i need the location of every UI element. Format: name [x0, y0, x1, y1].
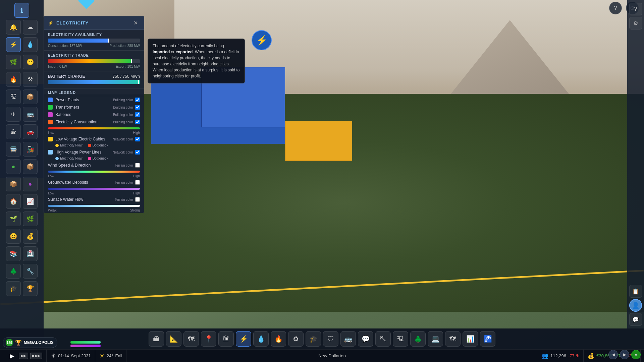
- speed-1-button[interactable]: ▶▶: [19, 353, 28, 359]
- elec-consumption-checkbox[interactable]: [135, 120, 140, 124]
- bottom-measure-button[interactable]: 📐: [166, 331, 181, 347]
- availability-bar: [48, 39, 140, 43]
- surface-water-gradient-bar: [48, 205, 140, 207]
- bottom-recycle-button[interactable]: ♻: [288, 331, 304, 347]
- sidebar-trophy2-button[interactable]: 🏆: [23, 281, 38, 296]
- battery-label: BATTERY CHARGE: [48, 74, 85, 79]
- trade-label: ELECTRICITY TRADE: [48, 53, 140, 57]
- sidebar-home-button[interactable]: 🏠: [6, 194, 21, 209]
- season-display: Fall: [115, 353, 122, 358]
- bottom-map-button[interactable]: 🗺: [183, 331, 199, 347]
- sidebar-face-button[interactable]: 😐: [23, 55, 38, 69]
- right-chat-button[interactable]: 💬: [629, 313, 642, 326]
- sidebar-box-button[interactable]: 📦: [23, 159, 38, 174]
- low-voltage-checkbox[interactable]: [135, 137, 140, 141]
- bottom-construct-button[interactable]: 🏗: [393, 331, 408, 347]
- sidebar-sprout-button[interactable]: 🌱: [6, 212, 21, 226]
- sidebar-info-button[interactable]: ℹ: [14, 3, 29, 18]
- panel-close-button[interactable]: ✕: [131, 19, 140, 27]
- weather-item: ☀ 24° Fall: [95, 350, 127, 362]
- sidebar-chart-button[interactable]: 📈: [23, 194, 38, 209]
- wind-speed-checkbox[interactable]: [135, 163, 140, 168]
- pop-bar-green: [70, 341, 101, 344]
- groundwater-gradient-bar: [48, 188, 140, 190]
- sidebar-wrench-button[interactable]: 🔧: [23, 264, 38, 279]
- bottom-building-button[interactable]: 🏛: [218, 331, 234, 347]
- play-button[interactable]: ▶: [7, 351, 17, 361]
- batteries-checkbox[interactable]: [135, 112, 140, 117]
- sidebar-box2-button[interactable]: 📦: [6, 177, 21, 191]
- left-sidebar: ℹ 🔔 ☁ ⚡ 💧 🌿 😐 🔥 ⚒ 🏗 📦 ✈ 🚌 🛣 🚗 🚍 🚂 ● 📦 📦 …: [0, 0, 44, 362]
- bottom-terrain-button[interactable]: 🏔: [149, 331, 164, 347]
- sidebar-car-button[interactable]: 🚗: [23, 124, 38, 139]
- sidebar-green-button[interactable]: ●: [6, 159, 21, 174]
- time-display: 01:14: [58, 353, 69, 358]
- lightning-icon: ⚡: [48, 20, 54, 25]
- sidebar-alerts-button[interactable]: 🔔: [6, 20, 21, 35]
- sidebar-nature-button[interactable]: 🌿: [6, 55, 21, 69]
- right-settings-button[interactable]: ⚙: [629, 17, 642, 29]
- ctrl-next-button[interactable]: ▶: [620, 350, 629, 359]
- sidebar-money-button[interactable]: 💰: [23, 229, 38, 244]
- speed-2-button[interactable]: ▶▶▶: [30, 353, 42, 359]
- sidebar-happy-button[interactable]: 😊: [6, 229, 21, 244]
- elec-flow-dot: [55, 144, 59, 147]
- sidebar-plane-button[interactable]: ✈: [6, 107, 21, 122]
- battery-value: 750 / 750 MWh: [113, 74, 140, 79]
- sidebar-weather-button[interactable]: ☁: [23, 20, 38, 35]
- sidebar-book-button[interactable]: 📚: [6, 246, 21, 261]
- sidebar-train-button[interactable]: 🚂: [23, 142, 38, 157]
- city-name-item: New Dollarton: [126, 350, 538, 362]
- right-help-button[interactable]: ?: [629, 3, 642, 15]
- ctrl-green-button[interactable]: ●: [631, 350, 641, 359]
- bottom-education-button[interactable]: 🎓: [306, 331, 321, 347]
- bottom-mining-button[interactable]: ⛏: [375, 331, 391, 347]
- hv-elec-flow-dot: [55, 157, 59, 160]
- surface-water-checkbox[interactable]: [135, 197, 140, 202]
- transformers-checkbox[interactable]: [135, 105, 140, 110]
- bottom-map2-button[interactable]: 🗺: [445, 331, 461, 347]
- panel-header: ⚡ ELECTRICITY ✕: [44, 16, 144, 30]
- ctrl-prev-button[interactable]: ◀: [608, 350, 618, 359]
- bottom-chat-button[interactable]: 💬: [358, 331, 373, 347]
- help-button[interactable]: ?: [609, 2, 622, 14]
- elec-consumption-gradient-labels: Low High: [44, 131, 144, 135]
- sidebar-tools-button[interactable]: ⚒: [23, 72, 38, 87]
- sidebar-road-button[interactable]: 🛣: [6, 124, 21, 139]
- right-notes-button[interactable]: 📋: [629, 285, 642, 298]
- bottom-water-button[interactable]: 💧: [253, 331, 269, 347]
- sidebar-bus-button[interactable]: 🚌: [23, 107, 38, 122]
- bottom-stats-button[interactable]: 📊: [463, 331, 478, 347]
- power-plants-checkbox[interactable]: [135, 98, 140, 102]
- bottom-nature-button[interactable]: 🌲: [410, 331, 426, 347]
- bottom-transport-button[interactable]: 🚌: [340, 331, 356, 347]
- city-name-status: New Dollarton: [318, 353, 346, 358]
- sidebar-bus2-button[interactable]: 🚍: [6, 142, 21, 157]
- battery-bar: [48, 80, 140, 84]
- sidebar-water-button[interactable]: 💧: [23, 37, 38, 52]
- population-item: 👥 112,296 -77 /h: [538, 350, 584, 362]
- sidebar-plant-button[interactable]: 🌿: [23, 212, 38, 226]
- bottom-industry-button[interactable]: 💻: [428, 331, 443, 347]
- power-plants-color: [48, 98, 53, 102]
- bottom-shield-button[interactable]: 🛡: [323, 331, 338, 347]
- high-voltage-checkbox[interactable]: [135, 150, 140, 155]
- sidebar-packages-button[interactable]: 📦: [23, 89, 38, 104]
- sidebar-tree-button[interactable]: 🌲: [6, 264, 21, 279]
- sidebar-purple-button[interactable]: ●: [23, 177, 38, 191]
- groundwater-checkbox[interactable]: [135, 180, 140, 185]
- bottom-electricity-button[interactable]: ⚡: [236, 331, 251, 347]
- bottom-water2-button[interactable]: 🚰: [480, 331, 495, 347]
- bottom-fire-button[interactable]: 🔥: [271, 331, 286, 347]
- city-name-badge: MEGALOPOLIS: [24, 340, 54, 345]
- sidebar-hospital-button[interactable]: 🏥: [23, 246, 38, 261]
- city-badge: 129 🏆 MEGALOPOLIS: [3, 337, 57, 348]
- wind-speed-gradient-labels: Low High: [44, 174, 144, 178]
- sidebar-fire-button[interactable]: 🔥: [6, 72, 21, 87]
- legend-transformers: Transformers Building color: [44, 104, 144, 111]
- sidebar-electricity-button[interactable]: ⚡: [6, 37, 21, 52]
- panel-title: ⚡ ELECTRICITY: [48, 20, 89, 25]
- bottom-pin-button[interactable]: 📍: [201, 331, 216, 347]
- sidebar-grad-button[interactable]: 🎓: [6, 281, 21, 296]
- sidebar-construction-button[interactable]: 🏗: [6, 89, 21, 104]
